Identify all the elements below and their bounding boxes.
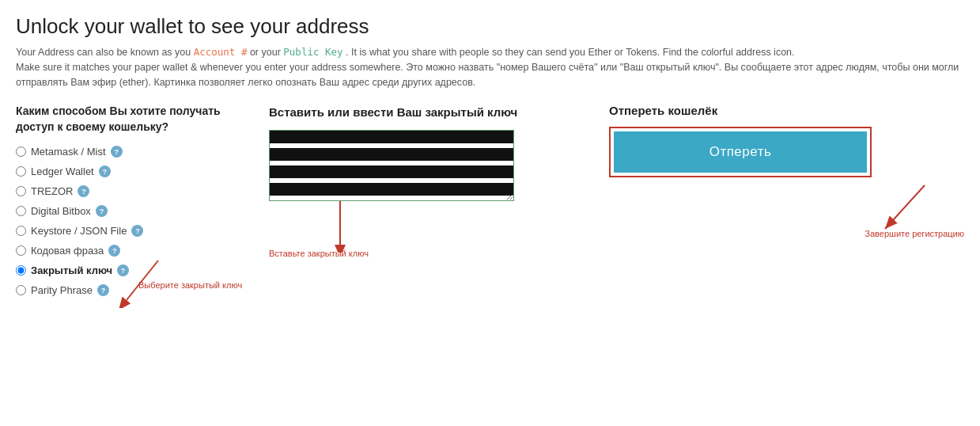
wallet-option-radio[interactable]	[16, 166, 26, 177]
intro-or: or your	[250, 47, 283, 58]
right-arrow-label: Завершите регистрацию	[865, 229, 964, 238]
wallet-option-label: Parity Phrase	[31, 284, 93, 296]
wallet-option-radio[interactable]	[16, 245, 26, 256]
help-icon[interactable]: ?	[111, 146, 123, 158]
intro-text-end: . It is what you share with people so th…	[346, 47, 794, 58]
intro-paragraph: Your Address can also be known as you Ac…	[16, 45, 964, 89]
wallet-option-item[interactable]: Keystore / JSON File?	[16, 225, 221, 237]
wallet-option-label: TREZOR	[31, 185, 73, 197]
help-icon[interactable]: ?	[131, 225, 143, 237]
middle-arrow-container: Вставьте закрытый ключ	[269, 201, 546, 257]
help-icon[interactable]: ?	[78, 185, 89, 197]
private-key-input[interactable]	[269, 130, 514, 201]
left-column: Каким способом Вы хотите получать доступ…	[16, 104, 221, 304]
wallet-option-item[interactable]: Кодовая фраза?	[16, 245, 221, 257]
wallet-option-label: Кодовая фраза	[31, 245, 104, 257]
private-key-heading: Вставить или ввести Ваш закрытый ключ	[269, 104, 546, 120]
textarea-container	[269, 130, 546, 201]
unlock-button[interactable]: Отпереть	[614, 131, 867, 173]
middle-arrow-icon	[308, 201, 372, 253]
right-column: Отпереть кошелёк Отпереть Завершите реги…	[609, 104, 964, 249]
middle-column: Вставить или ввести Ваш закрытый ключ Вс…	[269, 104, 546, 257]
wallet-option-item[interactable]: TREZOR?	[16, 185, 221, 197]
page-title: Unlock your wallet to see your address	[16, 14, 964, 39]
wallet-option-radio[interactable]	[16, 226, 26, 236]
account-hash-label: Account #	[194, 46, 248, 58]
wallet-method-heading: Каким способом Вы хотите получать доступ…	[16, 104, 221, 135]
middle-arrow-label: Вставьте закрытый ключ	[269, 249, 369, 258]
right-arrow-container: Завершите регистрацию	[609, 177, 964, 249]
wallet-option-radio[interactable]	[16, 206, 26, 216]
unlock-heading: Отпереть кошелёк	[609, 104, 964, 117]
help-icon[interactable]: ?	[96, 205, 108, 217]
intro-text-line2: Make sure it matches your paper wallet &…	[16, 62, 959, 88]
wallet-option-item[interactable]: Ledger Wallet?	[16, 165, 221, 177]
main-content: Каким способом Вы хотите получать доступ…	[16, 104, 964, 304]
unlock-button-wrapper: Отпереть	[609, 127, 872, 177]
wallet-option-item[interactable]: Metamask / Mist?	[16, 146, 221, 158]
public-key-label: Public Key	[283, 46, 342, 58]
wallet-option-item[interactable]: Digital Bitbox?	[16, 205, 221, 217]
left-arrow-icon	[111, 257, 174, 308]
wallet-option-label: Закрытый ключ	[31, 264, 112, 276]
help-icon[interactable]: ?	[97, 284, 109, 296]
wallet-option-radio[interactable]	[16, 186, 26, 196]
help-icon[interactable]: ?	[108, 245, 120, 257]
wallet-option-label: Digital Bitbox	[31, 205, 91, 217]
wallet-option-label: Metamask / Mist	[31, 146, 106, 158]
wallet-option-label: Keystore / JSON File	[31, 225, 127, 237]
svg-line-1	[127, 261, 158, 300]
intro-text-part1: Your Address can also be known as you	[16, 47, 191, 58]
wallet-option-radio[interactable]	[16, 285, 26, 295]
wallet-option-radio[interactable]	[16, 265, 26, 276]
help-icon[interactable]: ?	[99, 165, 111, 177]
svg-line-5	[885, 185, 925, 229]
wallet-option-radio[interactable]	[16, 146, 26, 157]
wallet-option-label: Ledger Wallet	[31, 165, 94, 177]
